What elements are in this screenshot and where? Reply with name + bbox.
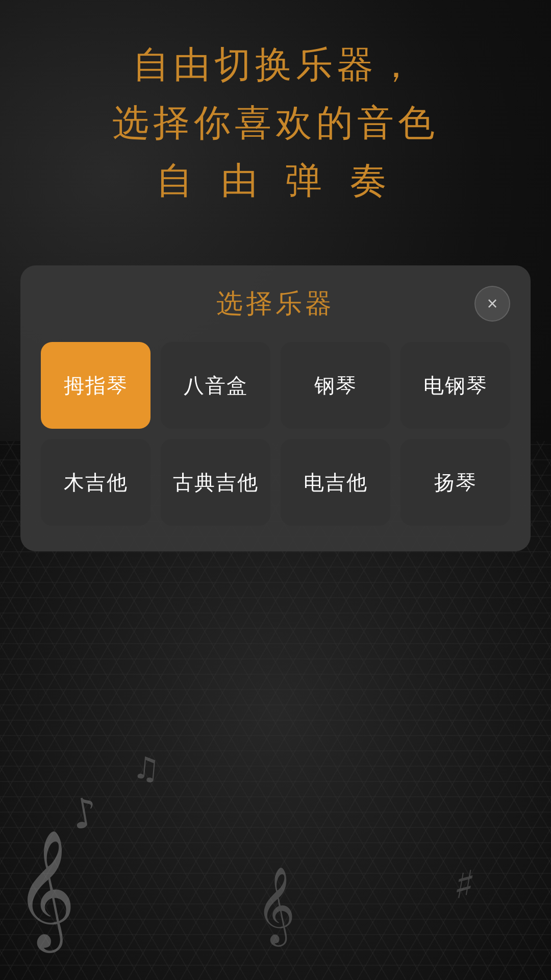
instrument-label-dulcimer: 扬琴 — [434, 469, 477, 497]
modal-header: 选择乐器 × — [41, 286, 510, 322]
instrument-selection-modal: 选择乐器 × 拇指琴 八音盒 钢琴 电钢琴 木吉他 古典吉他 电吉他 扬琴 — [20, 265, 531, 551]
header-line2: 选择你喜欢的音色 — [41, 99, 510, 147]
close-icon: × — [487, 295, 497, 313]
modal-title: 选择乐器 — [216, 286, 335, 322]
instrument-button-thumb-piano[interactable]: 拇指琴 — [41, 342, 151, 429]
instrument-label-acoustic-guitar: 木吉他 — [64, 469, 128, 497]
header-line3: 自 由 弹 奏 — [41, 157, 510, 205]
instrument-button-electric-piano[interactable]: 电钢琴 — [400, 342, 510, 429]
instrument-label-electric-guitar: 电吉他 — [304, 469, 368, 497]
instrument-button-music-box[interactable]: 八音盒 — [161, 342, 270, 429]
instrument-label-music-box: 八音盒 — [184, 372, 248, 400]
instrument-button-electric-guitar[interactable]: 电吉他 — [281, 439, 390, 526]
instrument-button-piano[interactable]: 钢琴 — [281, 342, 390, 429]
instrument-button-dulcimer[interactable]: 扬琴 — [400, 439, 510, 526]
instrument-button-classical-guitar[interactable]: 古典吉他 — [161, 439, 270, 526]
header-section: 自由切换乐器， 选择你喜欢的音色 自 由 弹 奏 — [0, 41, 551, 205]
instrument-button-acoustic-guitar[interactable]: 木吉他 — [41, 439, 151, 526]
instrument-grid: 拇指琴 八音盒 钢琴 电钢琴 木吉他 古典吉他 电吉他 扬琴 — [41, 342, 510, 526]
close-modal-button[interactable]: × — [474, 286, 510, 322]
instrument-label-thumb-piano: 拇指琴 — [64, 372, 128, 400]
header-line1: 自由切换乐器， — [41, 41, 510, 89]
instrument-label-piano: 钢琴 — [314, 372, 357, 400]
instrument-label-electric-piano: 电钢琴 — [423, 372, 488, 400]
instrument-label-classical-guitar: 古典吉他 — [173, 469, 259, 497]
